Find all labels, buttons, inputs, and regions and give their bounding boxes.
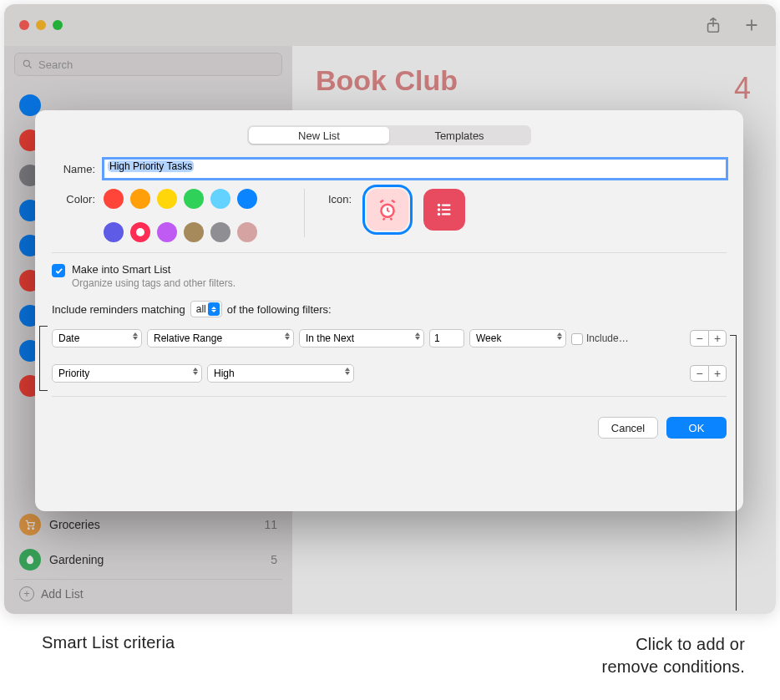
add-condition-button[interactable]: + [708,365,727,382]
filter-number-input[interactable]: 1 [429,329,464,347]
smart-list-label: Make into Smart List [72,263,236,276]
caption-smart-list-criteria: Smart List criteria [42,633,175,652]
color-swatch[interactable] [184,222,204,242]
callout-line-right [736,335,737,611]
name-label: Name: [52,159,104,175]
name-input-value: High Priority Tasks [108,160,194,172]
svg-rect-9 [442,209,451,211]
name-input[interactable]: High Priority Tasks [104,159,727,179]
match-prefix: Include reminders matching [52,303,185,316]
match-mode-select[interactable]: all [190,301,222,317]
include-checkbox[interactable] [571,333,583,345]
color-swatch[interactable] [157,222,177,242]
filter-field-select[interactable]: Date [52,329,142,347]
icon-option-alarm[interactable] [367,189,408,231]
remove-condition-button[interactable]: − [690,330,708,347]
svg-rect-7 [442,205,451,206]
tab-templates[interactable]: Templates [389,127,529,144]
add-condition-button[interactable]: + [708,330,727,347]
divider [52,396,727,397]
check-icon [54,266,63,276]
color-swatch[interactable] [210,189,230,209]
smart-list-subtitle: Organize using tags and other filters. [72,277,236,289]
filter-op-select[interactable]: Relative Range [147,329,294,347]
color-label: Color: [52,189,104,205]
add-remove-group: − + [690,330,727,347]
svg-point-10 [438,213,440,216]
color-swatches [104,189,287,242]
include-checkbox-group: Include… [571,332,629,345]
cancel-button[interactable]: Cancel [598,417,658,439]
svg-point-6 [438,204,440,206]
icon-label: Icon: [328,189,352,205]
ok-button[interactable]: OK [666,417,727,439]
stepper-arrows-icon [208,302,220,316]
caption-add-remove: Click to add or remove conditions. [602,633,745,678]
callout-bracket [39,326,48,391]
filter-value-select[interactable]: High [207,364,354,383]
color-swatch[interactable] [210,222,230,242]
icon-option-list[interactable] [423,189,465,231]
color-swatch[interactable] [130,222,150,242]
filter-rows: Date Relative Range In the Next 1 Week I… [52,326,727,386]
match-suffix: of the following filters: [227,303,332,316]
match-row: Include reminders matching all of the fo… [52,301,727,317]
color-swatch[interactable] [237,222,257,242]
filter-direction-select[interactable]: In the Next [299,329,424,347]
color-swatch[interactable] [184,189,204,209]
new-list-dialog: New List Templates Name: High Priority T… [35,110,743,511]
filter-unit-select[interactable]: Week [469,329,566,347]
add-remove-group: − + [690,365,727,382]
remove-condition-button[interactable]: − [690,365,708,382]
filter-field-select[interactable]: Priority [52,364,202,383]
filter-row-2: Priority High − + [52,361,727,386]
svg-point-8 [438,208,440,211]
alarm-clock-icon [375,197,400,222]
color-swatch[interactable] [130,189,150,209]
section-divider [304,189,305,237]
list-bullet-icon [433,199,455,221]
color-swatch[interactable] [104,189,124,209]
tab-switcher: New List Templates [247,125,531,145]
smart-list-checkbox[interactable] [52,264,65,277]
color-swatch[interactable] [157,189,177,209]
color-swatch[interactable] [104,222,124,242]
color-swatch[interactable] [237,189,257,209]
include-label: Include… [586,332,629,344]
svg-rect-11 [442,213,451,215]
filter-row-1: Date Relative Range In the Next 1 Week I… [52,326,727,351]
tab-new-list[interactable]: New List [249,127,389,144]
divider [52,252,727,253]
